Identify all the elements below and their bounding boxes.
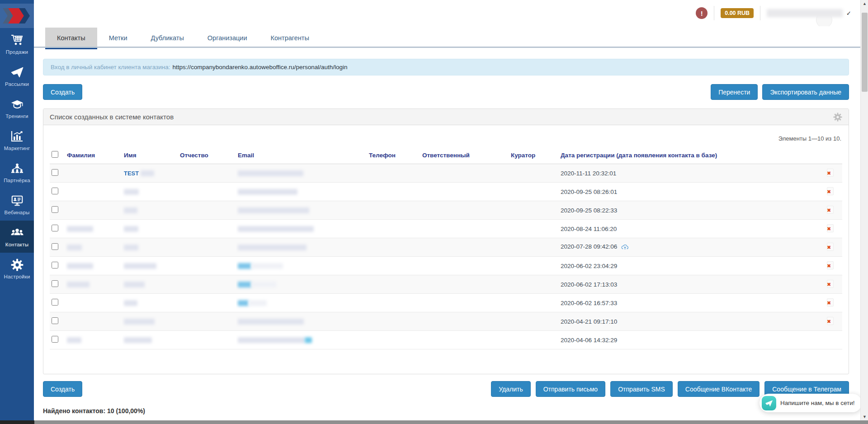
name-cell xyxy=(122,331,178,349)
row-checkbox[interactable] xyxy=(52,280,58,287)
sidebar-item-настройки[interactable]: Настройки xyxy=(0,253,34,285)
delete-contact-icon[interactable] xyxy=(827,317,834,325)
client-login-url[interactable]: https://companybondarenko.autoweboffice.… xyxy=(173,64,348,71)
row-checkbox[interactable] xyxy=(52,188,58,194)
vertical-scrollbar[interactable]: ▲ ▼ xyxy=(860,0,868,420)
column-header[interactable]: Отчество xyxy=(178,147,236,164)
balance-badge[interactable]: 0.00 RUB xyxy=(721,8,754,18)
sidebar-item-маркетинг[interactable]: Маркетинг xyxy=(0,124,34,156)
table-row[interactable]: 2020-06-02 23:04:29 xyxy=(50,257,842,275)
sidebar-item-контакты[interactable]: Контакты xyxy=(0,221,34,253)
tab-метки[interactable]: Метки xyxy=(97,28,139,48)
curator-cell xyxy=(509,275,559,294)
delete-contact-icon[interactable] xyxy=(827,243,834,251)
email-redacted-group xyxy=(238,170,303,177)
row-checkbox[interactable] xyxy=(52,169,58,176)
create-contact-button-top[interactable]: Создать xyxy=(43,84,82,100)
transfer-button[interactable]: Перенести xyxy=(711,84,758,100)
send-sms-button[interactable]: Отправить SMS xyxy=(610,381,673,397)
patronymic-cell xyxy=(178,294,236,312)
table-row[interactable]: 2020-04-06 14:32:29 xyxy=(50,331,842,349)
tab-контрагенты[interactable]: Контрагенты xyxy=(259,28,321,48)
sidebar-item-тренинги[interactable]: Тренинги xyxy=(0,92,34,124)
column-header[interactable]: Телефон xyxy=(367,147,420,164)
sidebar-item-label: Контакты xyxy=(5,242,28,247)
autoweboffice-logo[interactable] xyxy=(0,4,34,28)
table-row[interactable]: 2020-06-02 17:13:03 xyxy=(50,275,842,294)
topbar-divider xyxy=(714,6,714,20)
sidebar-item-продажи[interactable]: Продажи xyxy=(0,28,34,60)
tab-контакты[interactable]: Контакты xyxy=(45,28,97,48)
tabs-baseline xyxy=(34,47,860,48)
sidebar-item-рассылки[interactable]: Рассылки xyxy=(0,60,34,92)
vk-message-button[interactable]: Сообщение ВКонтакте xyxy=(678,381,760,397)
scroll-down-icon[interactable]: ▼ xyxy=(861,413,868,420)
select-all-checkbox[interactable] xyxy=(52,151,58,158)
registration-date-cell: 2020-04-06 14:32:29 xyxy=(559,331,825,349)
user-menu[interactable]: ✓ xyxy=(767,0,851,26)
sidebar-item-label: Маркетинг xyxy=(4,146,30,151)
send-email-button[interactable]: Отправить письмо xyxy=(536,381,605,397)
table-settings-gear-icon[interactable] xyxy=(833,113,842,122)
row-checkbox[interactable] xyxy=(52,299,58,306)
table-row[interactable]: 2020-06-02 16:57:33 xyxy=(50,294,842,312)
row-checkbox[interactable] xyxy=(52,317,58,324)
sidebar-item-партнёрка[interactable]: Партнёрка xyxy=(0,156,34,188)
phone-cell xyxy=(367,238,420,257)
row-checkbox[interactable] xyxy=(52,336,58,343)
column-header[interactable]: Имя xyxy=(122,147,178,164)
alert-icon[interactable]: ! xyxy=(696,7,708,19)
column-header[interactable]: Ответственный xyxy=(420,147,509,164)
column-header[interactable]: Дата регистрации (дата появления контакт… xyxy=(559,147,825,164)
table-row[interactable]: 2020-04-21 09:17:10 xyxy=(50,312,842,331)
table-row[interactable]: TEST 2020-11-11 20:32:01 xyxy=(50,164,842,183)
table-row[interactable]: 2020-07-28 09:42:06 xyxy=(50,238,842,257)
delete-contact-icon[interactable] xyxy=(827,298,834,306)
phone-cell xyxy=(367,331,420,349)
registration-date: 2020-04-21 09:17:10 xyxy=(561,318,617,325)
delete-contact-icon[interactable] xyxy=(827,206,834,214)
delete-contact-icon[interactable] xyxy=(827,169,834,177)
name-cell xyxy=(122,257,178,275)
patronymic-cell xyxy=(178,312,236,331)
surname-cell xyxy=(65,220,122,238)
delete-contact-icon[interactable] xyxy=(827,261,834,269)
cloud-upload-icon[interactable] xyxy=(621,243,629,251)
horizontal-scrollbar-thumb[interactable] xyxy=(0,420,34,424)
column-header[interactable]: Куратор xyxy=(509,147,559,164)
tab-организации[interactable]: Организации xyxy=(196,28,259,48)
create-contact-button-bottom[interactable]: Создать xyxy=(43,381,82,397)
curator-cell xyxy=(509,312,559,331)
row-checkbox[interactable] xyxy=(52,262,58,269)
panel-title: Список созданных в системе контактов xyxy=(50,113,833,121)
registration-date: 2020-11-11 20:32:01 xyxy=(561,170,616,177)
delete-contact-icon[interactable] xyxy=(827,280,834,288)
tab-дубликаты[interactable]: Дубликаты xyxy=(139,28,196,48)
export-data-button[interactable]: Экспортировать данные xyxy=(762,84,849,100)
scroll-up-icon[interactable]: ▲ xyxy=(861,0,868,7)
column-header[interactable]: Фамилия xyxy=(65,147,122,164)
surname-cell xyxy=(65,238,122,257)
horizontal-scrollbar[interactable] xyxy=(0,420,868,424)
table-row[interactable]: 2020-09-25 08:26:01 xyxy=(50,183,842,201)
row-checkbox[interactable] xyxy=(52,243,58,250)
delete-contact-icon[interactable] xyxy=(827,224,834,232)
chat-widget[interactable]: Напишите нам, мы в сети! xyxy=(760,394,862,412)
table-row[interactable]: 2020-09-25 08:22:33 xyxy=(50,201,842,220)
actions-cell xyxy=(825,183,842,201)
delete-button[interactable]: Удалить xyxy=(491,381,530,397)
row-checkbox[interactable] xyxy=(52,225,58,231)
client-login-infobar: Вход в личный кабинет клиента магазина: … xyxy=(43,59,849,75)
sidebar-item-вебинары[interactable]: Вебинары xyxy=(0,188,34,221)
column-header[interactable]: Email xyxy=(236,147,367,164)
email-cell xyxy=(236,294,367,312)
responsible-cell xyxy=(420,275,509,294)
row-checkbox[interactable] xyxy=(52,206,58,213)
name-cell xyxy=(122,238,178,257)
vertical-scrollbar-thumb[interactable] xyxy=(862,13,868,92)
contact-name-link[interactable]: TEST xyxy=(124,170,139,177)
name-cell xyxy=(122,220,178,238)
table-row[interactable]: 2020-08-24 11:06:20 xyxy=(50,220,842,238)
topbar-divider xyxy=(760,6,760,20)
delete-contact-icon[interactable] xyxy=(827,187,834,195)
